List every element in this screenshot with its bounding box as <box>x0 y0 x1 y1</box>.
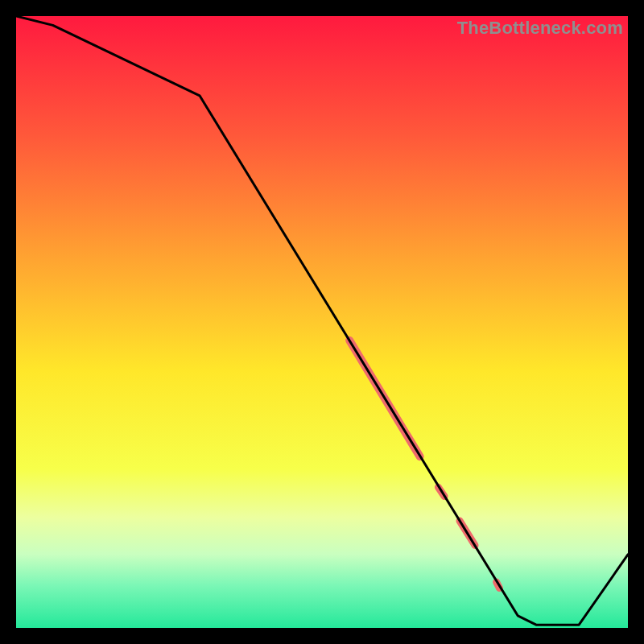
gradient-background <box>16 16 628 628</box>
bottleneck-chart <box>16 16 628 628</box>
watermark-text: TheBottleneck.com <box>457 18 623 39</box>
chart-frame: TheBottleneck.com <box>16 16 628 628</box>
